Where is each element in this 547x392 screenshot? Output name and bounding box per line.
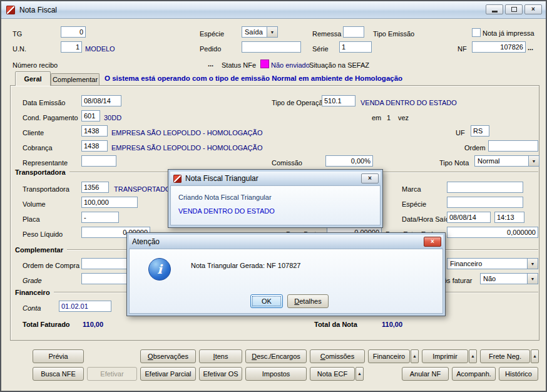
nf-input[interactable] <box>472 41 526 53</box>
ordem-compra-label: Ordem de Compra <box>23 262 79 269</box>
un-input[interactable] <box>61 41 82 53</box>
comissoes-button-label: Comissões <box>320 350 354 363</box>
conta-input[interactable] <box>59 301 111 312</box>
frete-neg-button[interactable]: Frete Neg. <box>480 349 530 363</box>
efetivar-button: Efetivar <box>87 367 137 381</box>
peso-liquido-label: Peso Líquido <box>23 230 63 238</box>
situacao-sefaz-label: Situação na SEFAZ <box>309 61 369 69</box>
nota-ja-impressa-checkbox[interactable] <box>472 28 481 37</box>
tab-complementar[interactable]: Complementar <box>51 73 100 86</box>
cliente-input[interactable] <box>81 125 108 137</box>
financeiro-dropup-button[interactable]: ▲ <box>411 349 419 363</box>
desc-encargos-button-label: Desc./Encargos <box>252 350 300 363</box>
numero-recibo-ellipsis-button[interactable]: ... <box>208 60 213 68</box>
nota-ecf-button-label: Nota ECF <box>317 368 347 380</box>
ok-button[interactable]: OK <box>250 294 283 308</box>
marca-label: Marca <box>402 185 421 193</box>
comissoes-button[interactable]: Comissões <box>310 349 365 363</box>
apos-faturar-label-fragment: ós faturar <box>443 277 472 284</box>
serie-input[interactable] <box>339 41 372 53</box>
pedido-input[interactable] <box>242 41 301 53</box>
anular-nf-button[interactable]: Anular NF <box>402 367 449 381</box>
window-title: Nota Fiscal <box>19 6 57 14</box>
atencao-dialog-close-button[interactable]: × <box>424 237 441 247</box>
remessa-input[interactable] <box>343 26 364 38</box>
efetivar-parcial-button-label: Efetivar Parcial <box>145 368 192 380</box>
chevron-down-icon[interactable]: ▼ <box>267 27 277 37</box>
nf-ellipsis-button[interactable]: ... <box>528 44 533 51</box>
triangular-dialog-close-button[interactable]: × <box>361 173 379 183</box>
triangular-dialog-line2: VENDA DENTRO DO ESTADO <box>178 207 275 215</box>
tipo-operacao-input[interactable] <box>322 95 355 106</box>
anular-nf-button-label: Anular NF <box>410 368 441 380</box>
cond-pagamento-label: Cond. Pagamento <box>23 114 78 121</box>
efetivar-os-button[interactable]: Efetivar OS <box>199 367 242 381</box>
especie-transporte-input[interactable] <box>447 197 523 208</box>
tipo-nota-combo[interactable]: Normal ▼ <box>474 155 539 167</box>
close-button[interactable]: × <box>524 4 542 14</box>
itens-button-label: Itens <box>213 350 228 363</box>
comissao-label: Comissão <box>272 159 302 167</box>
marca-input[interactable] <box>447 182 523 193</box>
atencao-dialog-body: i Nota Triangular Gerada: NF 107827 OK D… <box>129 249 443 314</box>
imprimir-button[interactable]: Imprimir <box>422 349 468 363</box>
busca-nfe-button-label: Busca NFE <box>41 368 76 380</box>
chevron-down-icon[interactable]: ▼ <box>527 274 538 284</box>
ordem-input[interactable] <box>488 140 538 152</box>
frete-combo[interactable]: Financeiro ▼ <box>447 258 538 269</box>
impostos-button[interactable]: Impostos <box>245 367 307 381</box>
itens-button[interactable]: Itens <box>199 349 242 363</box>
efetivar-parcial-button[interactable]: Efetivar Parcial <box>140 367 196 381</box>
frete-neg-dropup-button[interactable]: ▲ <box>531 349 539 363</box>
minimize-button[interactable] <box>486 4 503 14</box>
vezes-value: 1 <box>387 114 391 121</box>
placa-input[interactable] <box>81 212 119 223</box>
un-label: U.N. <box>13 45 26 53</box>
previa-button[interactable]: Prévia <box>33 349 84 363</box>
volume-input[interactable] <box>81 197 138 208</box>
chevron-down-icon[interactable]: ▼ <box>527 259 538 269</box>
uf-input[interactable] <box>471 125 489 137</box>
acompanh-button[interactable]: Acompanh. <box>452 367 496 381</box>
data-hora-saida-label: Data/Hora Saída <box>402 215 453 223</box>
cond-pagamento-input[interactable] <box>81 110 100 121</box>
data-saida-input[interactable] <box>447 212 491 223</box>
status-nfe-indicator <box>260 59 269 68</box>
detalhes-button[interactable]: Detalhes <box>287 294 329 308</box>
hora-saida-input[interactable] <box>494 212 524 223</box>
serie-label: Série <box>312 45 329 53</box>
efetivar-button-label: Efetivar <box>100 368 123 380</box>
ordem-label: Ordem <box>464 144 486 152</box>
atencao-dialog-titlebar: Atenção × <box>129 235 443 249</box>
observacoes-button[interactable]: Observações <box>140 349 196 363</box>
apos-faturar-combo[interactable]: Não ▼ <box>480 273 538 284</box>
nota-ecf-dropup-button[interactable]: ▲ <box>355 367 364 381</box>
representante-input[interactable] <box>81 155 116 167</box>
comissao-input[interactable] <box>325 155 373 167</box>
cobranca-input[interactable] <box>81 140 108 152</box>
tab-geral[interactable]: Geral <box>15 71 51 86</box>
busca-nfe-button[interactable]: Busca NFE <box>33 367 84 381</box>
nota-ecf-button[interactable]: Nota ECF <box>310 367 355 381</box>
tg-input[interactable] <box>61 26 86 38</box>
historico-button[interactable]: Histórico <box>499 367 538 381</box>
imprimir-dropup-button[interactable]: ▲ <box>469 349 477 363</box>
pedido-label: Pedido <box>200 45 221 53</box>
apos-faturar-combo-value: Não <box>483 275 496 282</box>
desc-encargos-button[interactable]: Desc./Encargos <box>245 349 307 363</box>
close-icon: × <box>431 239 434 245</box>
especie-transporte-label: Espécie <box>402 200 426 208</box>
especie-combo[interactable]: Saída ▼ <box>242 26 278 38</box>
nota-ja-impressa-label: Nota já impressa <box>483 29 534 37</box>
app-icon <box>6 6 15 14</box>
maximize-button[interactable] <box>505 4 523 14</box>
chevron-down-icon[interactable]: ▼ <box>528 156 539 166</box>
tipo-nota-label: Tipo Nota <box>439 159 469 167</box>
financeiro-button[interactable]: Financeiro <box>368 349 410 363</box>
environment-message: O sistema está operando com o tipo de em… <box>105 75 402 82</box>
frete-combo-value: Financeiro <box>450 260 482 267</box>
data-emissao-input[interactable] <box>81 95 121 106</box>
peso-extra-input[interactable] <box>447 227 538 238</box>
transportadora-input[interactable] <box>81 182 109 193</box>
info-icon-glyph: i <box>157 262 162 277</box>
